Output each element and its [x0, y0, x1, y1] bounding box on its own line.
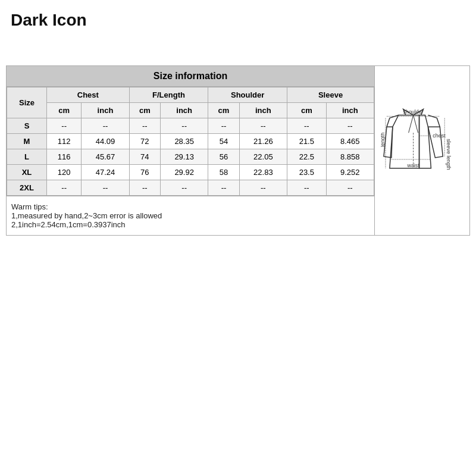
svg-line-1 [414, 115, 418, 133]
diagram-section: shoulder chest waist length sleeve lengt… [374, 66, 469, 235]
sl-cm-header: cm [287, 103, 327, 118]
table-row: XL12047.247629.925822.8323.59.252 [7, 165, 374, 180]
chest-inch-header: inch [82, 103, 129, 118]
size-header: Size [7, 87, 47, 118]
table-row: S---------------- [7, 118, 374, 134]
waist-label: waist [406, 162, 419, 168]
sh-cm-header: cm [208, 103, 239, 118]
main-content: Size information Size Chest F/Length Sho… [0, 65, 476, 236]
table-row: 2XL---------------- [7, 180, 374, 196]
warm-tips-title: Warm tips: [11, 202, 369, 211]
size-table-container: Size information Size Chest F/Length Sho… [6, 65, 470, 236]
sl-inch-header: inch [326, 103, 374, 118]
svg-line-0 [409, 115, 414, 133]
sh-inch-header: inch [239, 103, 287, 118]
table-section: Size information Size Chest F/Length Sho… [7, 66, 374, 235]
sleeve-header: Sleeve [287, 87, 374, 103]
size-table: Size Chest F/Length Shoulder Sleeve cm i… [7, 87, 374, 196]
table-row: L11645.677429.135622.0522.58.858 [7, 149, 374, 165]
chest-header: Chest [47, 87, 130, 103]
length-label: length [381, 133, 386, 147]
flength-header: F/Length [129, 87, 208, 103]
sleeve-label: sleeve length [446, 139, 452, 170]
chest-label: chest [433, 133, 446, 139]
warm-tips-line1: 1,measured by hand,2~3cm error is allowe… [11, 211, 369, 220]
fl-cm-header: cm [129, 103, 160, 118]
brand-title: Dark Icon [0, 0, 476, 30]
warm-tips: Warm tips: 1,measured by hand,2~3cm erro… [7, 196, 374, 235]
fl-inch-header: inch [161, 103, 208, 118]
jacket-diagram: shoulder chest waist length sleeve lengt… [381, 91, 464, 210]
shoulder-header: Shoulder [208, 87, 287, 103]
warm-tips-line2: 2,1inch=2.54cm,1cm=0.3937inch [11, 220, 369, 229]
table-row: M11244.097228.355421.2621.58.465 [7, 134, 374, 149]
table-title: Size information [7, 66, 374, 87]
shoulder-label: shoulder [403, 109, 423, 115]
chest-cm-header: cm [47, 103, 82, 118]
